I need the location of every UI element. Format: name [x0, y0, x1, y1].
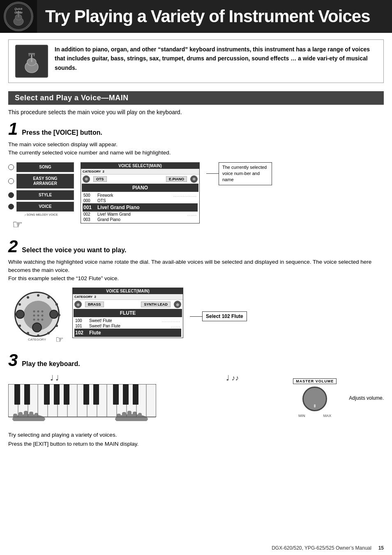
dial-container: CATEGORY ☞ [8, 288, 66, 345]
panel-sub-melody: ♪ SONG MELODY VOICE [8, 213, 74, 216]
svg-point-15 [37, 294, 39, 297]
voice-item-001: 001 Live! Grand Piano [83, 203, 198, 212]
voice-display-2-title: VOICE SELECT(MAIN) [73, 288, 183, 294]
step-2-diagram: CATEGORY ☞ VOICE SELECT(MAIN) CATEGORY 2… [8, 288, 384, 345]
voice-nav-right-1[interactable]: ⊕ [190, 175, 198, 183]
volume-knob-area: MASTER VOLUME MIN MAX [293, 378, 337, 418]
footer-line-2: Press the [EXIT] button to return to the… [8, 440, 384, 449]
step-1-title: Press the [VOICE] button. [22, 127, 102, 136]
voice-category-row-1: CATEGORY 2 [81, 169, 199, 175]
step-1-desc: The main voice selection display will ap… [8, 140, 384, 157]
panel-dot-song [8, 164, 14, 170]
step-1-diagram: SONG EASY SONGARRANGER STYLE VOICE ♪ SON… [8, 162, 384, 231]
voice-display-2: VOICE SELECT(MAIN) CATEGORY 2 ⊕ BRASS SY… [72, 288, 183, 338]
voice-item-003: 003 Grand Piano [83, 217, 198, 222]
voice-nav-right-2[interactable]: ⊕ [174, 301, 181, 308]
step-3-title: Play the keyboard. [22, 359, 80, 368]
svg-point-33 [42, 314, 44, 316]
keyboard-container: ♩ ♩ ♩ ♪♪ [8, 373, 281, 422]
footer-line-1: Try selecting and playing a variety of v… [8, 431, 384, 440]
voice-item-000: 000 OTS [83, 198, 198, 203]
intro-box: In addition to piano, organ, and other “… [8, 39, 384, 83]
step-3-number: 3 [8, 352, 18, 369]
panel-dot-voice [8, 204, 14, 210]
panel-row-song: SONG [8, 162, 74, 172]
step-2-title: Select the voice you want to play. [22, 245, 126, 254]
voice-nav-left-2[interactable]: ⊕ [74, 301, 82, 308]
voice-category-row-2: CATEGORY 2 [73, 294, 183, 300]
keyboard-svg [8, 384, 156, 421]
svg-point-30 [42, 310, 44, 312]
svg-rect-70 [122, 412, 126, 421]
select-102-callout: Select 102 Flute [202, 311, 247, 321]
svg-point-21 [37, 334, 39, 337]
voice-tab-brass[interactable]: BRASS [85, 302, 104, 307]
svg-point-16 [47, 296, 50, 299]
dial-outer[interactable] [14, 292, 60, 337]
svg-point-29 [37, 310, 39, 312]
page-title: Try Playing a Variety of Instrument Voic… [45, 7, 384, 26]
svg-rect-71 [127, 411, 131, 421]
svg-rect-65 [24, 411, 28, 421]
svg-point-17 [55, 303, 58, 306]
svg-rect-67 [35, 413, 38, 420]
svg-rect-66 [29, 412, 33, 421]
volume-knob[interactable] [302, 387, 327, 411]
callout-arrow-1 [206, 173, 219, 174]
voice-list-1: 500 Firework ............... 000 OTS 001… [81, 192, 199, 223]
callout-arrow-2 [190, 316, 202, 317]
panel-buttons-1: SONG EASY SONGARRANGER STYLE VOICE ♪ SON… [8, 162, 74, 231]
voice-display-1-title: VOICE SELECT(MAIN) [81, 163, 199, 169]
panel-row-voice: VOICE [8, 202, 74, 212]
svg-text:Quick: Quick [14, 7, 23, 11]
intro-text: In addition to piano, organ, and other “… [55, 45, 377, 78]
svg-rect-73 [138, 413, 142, 420]
dial-left-button[interactable] [16, 310, 25, 319]
page-header: Quick Guide Try Playing a Variety of Ins… [0, 0, 392, 33]
svg-rect-57 [83, 384, 89, 405]
voice-tab-epiano[interactable]: E.PIANO [166, 176, 187, 182]
voice-item-100: 100 Sweet! Flute ............ [74, 318, 181, 323]
panel-btn-easy-song[interactable]: EASY SONGARRANGER [16, 174, 74, 189]
svg-rect-58 [93, 384, 99, 405]
panel-row-style: STYLE [8, 190, 74, 200]
logo-circle: Quick Guide [4, 2, 33, 31]
logo-area: Quick Guide [0, 0, 37, 33]
voice-tab-synth-lead[interactable]: SYNTH LEAD [141, 302, 171, 307]
svg-point-26 [27, 296, 29, 299]
panel-btn-style[interactable]: STYLE [16, 190, 74, 200]
svg-rect-63 [13, 414, 17, 421]
dial-category-label: CATEGORY [28, 338, 46, 341]
keyboard-notes: ♩ ♩ ♩ ♪♪ [8, 373, 281, 382]
panel-btn-voice[interactable]: VOICE [16, 202, 74, 212]
voice-tab-ots[interactable]: OTS [93, 176, 107, 182]
panel-btn-song[interactable]: SONG [16, 162, 74, 172]
page-title-area: Try Playing a Variety of Instrument Voic… [37, 2, 392, 30]
svg-rect-64 [18, 412, 23, 421]
svg-point-32 [37, 314, 39, 316]
step-2-desc: While watching the highlighted voice nam… [8, 258, 384, 283]
voice-item-101: 101 Sweet! Pan Flute ...... [74, 323, 181, 329]
panel-dot-style [8, 192, 14, 198]
svg-rect-12 [28, 53, 35, 55]
step-3: 3 Play the keyboard. ♩ ♩ ♩ ♪♪ [8, 353, 384, 422]
svg-point-20 [47, 332, 50, 334]
volume-min-label: MIN [298, 414, 305, 418]
svg-rect-5 [18, 11, 19, 17]
voice-tabs-1: OTS E.PIANO [92, 176, 189, 182]
svg-point-28 [33, 310, 35, 312]
voice-tabs-2: BRASS SYNTH LEAD [83, 302, 172, 307]
svg-rect-55 [54, 384, 60, 405]
footer-manual: DGX-620/520, YPG-625/525 Owner’s Manual [272, 545, 371, 551]
svg-rect-59 [113, 384, 119, 405]
voice-nav-left-1[interactable]: ⊕ [83, 175, 90, 183]
dial-right-button[interactable] [49, 310, 58, 319]
volume-label: MASTER VOLUME [293, 378, 337, 384]
svg-point-35 [37, 318, 39, 320]
volume-max-label: MAX [323, 414, 332, 418]
volume-minmax: MIN MAX [298, 414, 331, 418]
svg-rect-72 [133, 412, 137, 421]
step-3-diagram: ♩ ♩ ♩ ♪♪ [8, 373, 384, 422]
page-footer: DGX-620/520, YPG-625/525 Owner’s Manual … [272, 545, 384, 551]
dial-bottom-button[interactable] [32, 322, 42, 332]
